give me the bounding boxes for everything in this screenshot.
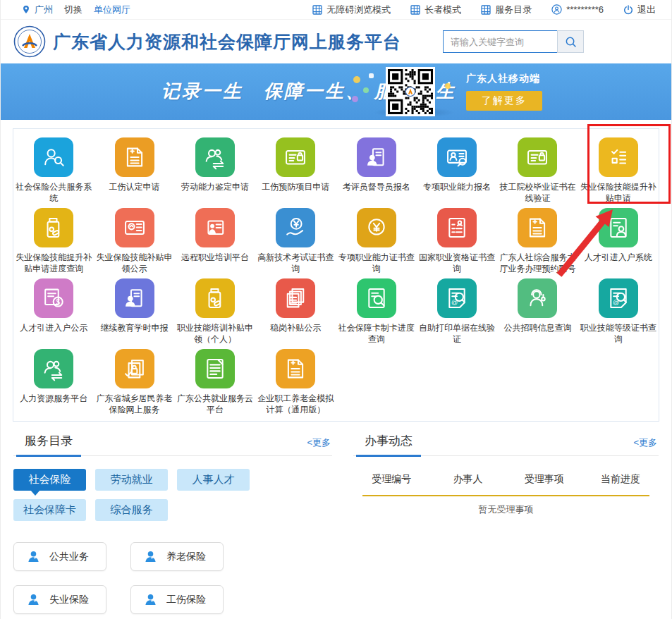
service-item[interactable]: 广东省城乡居民养老保险网上服务 xyxy=(94,349,174,415)
location-group[interactable]: 广州 xyxy=(22,4,53,16)
accessibility-mode-button[interactable]: 无障碍浏览模式 xyxy=(312,4,391,16)
service-label: 稳岗补贴公示 xyxy=(255,322,336,343)
service-item[interactable]: 人力资源服务平台 xyxy=(13,349,94,415)
service-item[interactable]: 社会保险公共服务系统 xyxy=(13,137,94,204)
people-arrows-icon xyxy=(34,349,73,388)
service-item[interactable]: 稳岗补贴公示 xyxy=(255,278,336,345)
person-headset-icon xyxy=(518,278,557,318)
service-item[interactable]: 工伤认定申请 xyxy=(94,137,174,204)
service-item[interactable]: 职业技能培训补贴申领（个人） xyxy=(175,278,255,345)
status-empty-text: 暂无受理事项 xyxy=(353,503,659,516)
elder-mode-label: 长者模式 xyxy=(424,4,461,16)
service-item[interactable]: $人才引进入户公示 xyxy=(13,278,94,345)
service-item[interactable]: 失业保险技能提升补贴申请进度查询 xyxy=(13,208,94,274)
catalog-button-工伤保险[interactable]: 工伤保险 xyxy=(130,585,224,614)
doc-search-at-icon: @ xyxy=(437,278,477,318)
doc-person-icon xyxy=(599,208,638,247)
catalog-button-公共业务[interactable]: 公共业务 xyxy=(13,542,106,571)
service-item[interactable]: 失业保险技能补贴申领公示 xyxy=(94,208,174,274)
qr-code xyxy=(386,67,435,116)
unit-portal-link[interactable]: 单位网厅 xyxy=(94,4,130,16)
elder-mode-icon xyxy=(410,5,420,15)
catalog-button-label: 公共业务 xyxy=(49,551,89,563)
service-item[interactable]: 专项职业能力证书查询 xyxy=(336,208,417,274)
service-item[interactable]: 考评员督导员报名 xyxy=(336,137,417,204)
banner-decor xyxy=(445,83,451,89)
service-label: 社会保障卡制卡进度查询 xyxy=(336,322,417,345)
service-label: 社会保险公共服务系统 xyxy=(13,181,94,204)
work-status-panel: 办事动态 <更多 受理编号办事人受理事项当前进度 暂无受理事项 xyxy=(353,433,659,614)
banner-decor xyxy=(363,87,369,93)
service-item[interactable]: 远程职业培训平台 xyxy=(175,208,255,274)
service-label: 工伤预防项目申请 xyxy=(255,181,336,202)
learn-more-button[interactable]: 了解更多 xyxy=(466,91,542,111)
service-item[interactable]: 失业保险技能提升补贴申请 xyxy=(578,137,659,204)
search-button[interactable] xyxy=(557,30,584,53)
tab-劳动就业[interactable]: 劳动就业 xyxy=(95,469,168,491)
accessibility-mode-label: 无障碍浏览模式 xyxy=(326,4,391,16)
service-item[interactable]: 广东公共就业服务云平台 xyxy=(175,349,255,415)
doc-dollar-icon: $ xyxy=(34,278,73,318)
service-label: 职业技能等级证书查询 xyxy=(578,322,659,345)
hand-yen-icon xyxy=(276,208,315,247)
accessibility-mode-icon xyxy=(312,5,322,15)
service-item[interactable]: 人才引进入户系统 xyxy=(578,208,659,274)
catalog-tabs: 社会保险劳动就业人事人才社会保障卡综合服务 xyxy=(13,469,267,521)
tab-综合服务[interactable]: 综合服务 xyxy=(95,499,168,521)
catalog-button-养老保险[interactable]: 养老保险 xyxy=(130,542,224,571)
service-catalog-header: 服务目录 <更多 xyxy=(13,433,332,456)
service-label: 公共招聘信息查询 xyxy=(497,322,578,343)
tab-社会保障卡[interactable]: 社会保障卡 xyxy=(13,499,86,521)
checklist-icon xyxy=(599,137,638,177)
site-title: 广东省人力资源和社会保障厅网上服务平台 xyxy=(53,30,401,54)
svg-text:@: @ xyxy=(451,299,458,306)
user-account[interactable]: *********6 xyxy=(551,4,604,15)
service-label: 工伤认定申请 xyxy=(94,181,175,202)
service-item[interactable]: 专项职业能力报名 xyxy=(417,137,497,204)
doc-lines-icon xyxy=(195,349,235,388)
service-catalog-more-link[interactable]: <更多 xyxy=(307,436,331,449)
catalog-buttons: 公共业务养老保险失业保险工伤保险 xyxy=(13,542,331,614)
service-item[interactable]: 技工院校毕业证书在线验证 xyxy=(497,137,578,204)
service-label: 广东省城乡居民养老保险网上服务 xyxy=(94,393,175,415)
service-item[interactable]: 劳动能力鉴定申请 xyxy=(175,137,255,204)
catalog-button-失业保险[interactable]: 失业保险 xyxy=(13,585,106,614)
service-label: 考评员督导员报名 xyxy=(336,181,417,202)
work-status-more-link[interactable]: <更多 xyxy=(633,436,657,449)
services-card: 社会保险公共服务系统工伤认定申请劳动能力鉴定申请工伤预防项目申请考评员督导员报名… xyxy=(13,128,659,422)
service-label: 广东人社综合服务大厅业务办理预约取号 xyxy=(497,252,578,274)
service-item[interactable]: 工伤预防项目申请 xyxy=(255,137,336,204)
status-column-受理编号: 受理编号 xyxy=(353,473,429,486)
service-item[interactable]: @职业技能等级证书查询 xyxy=(578,278,659,345)
banner-decor xyxy=(353,76,360,83)
card-badge-icon xyxy=(276,137,315,177)
service-catalog-icon xyxy=(481,5,491,15)
service-item[interactable]: 继续教育学时申报 xyxy=(94,278,174,345)
elder-mode-button[interactable]: 长者模式 xyxy=(410,4,461,16)
service-catalog-button[interactable]: 服务目录 xyxy=(481,4,532,16)
switch-link[interactable]: 切换 xyxy=(64,4,83,16)
service-label: 继续教育学时申报 xyxy=(94,322,175,343)
tab-社会保险[interactable]: 社会保险 xyxy=(13,469,86,491)
tab-人事人才[interactable]: 人事人才 xyxy=(177,469,250,491)
person-icon xyxy=(144,593,157,606)
service-label: 技工院校毕业证书在线验证 xyxy=(497,181,578,204)
logout-button[interactable]: 退出 xyxy=(623,4,656,16)
card-si-icon xyxy=(115,208,154,247)
service-item[interactable]: 广东人社综合服务大厅业务办理预约取号 xyxy=(497,208,578,274)
search-box xyxy=(443,30,584,53)
service-label: 失业保险技能提升补贴申请 xyxy=(578,181,659,204)
service-item[interactable]: 高新技术考试证书查询 xyxy=(255,208,336,274)
mobile-promo: 广东人社移动端 了解更多 xyxy=(466,73,542,111)
service-item[interactable]: @自助打印单据在线验证 xyxy=(417,278,497,345)
service-item[interactable]: 企业职工养老金模拟计算（通用版） xyxy=(255,349,336,415)
docs-stack-icon xyxy=(276,278,315,318)
search-input[interactable] xyxy=(443,30,557,53)
service-label: 失业保险技能补贴申领公示 xyxy=(94,252,175,274)
service-item[interactable]: 社会保障卡制卡进度查询 xyxy=(336,278,417,345)
service-item[interactable]: 国家职业资格证书查询 xyxy=(417,208,497,274)
logout-label: 退出 xyxy=(637,4,656,16)
yen-circle-icon xyxy=(357,208,396,247)
service-catalog-panel: 服务目录 <更多 社会保险劳动就业人事人才社会保障卡综合服务 公共业务养老保险失… xyxy=(13,433,332,614)
service-item[interactable]: 公共招聘信息查询 xyxy=(497,278,578,345)
